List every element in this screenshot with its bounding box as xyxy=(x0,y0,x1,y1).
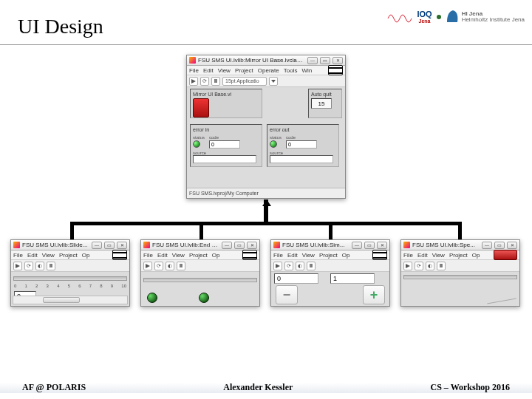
close-button[interactable]: ✕ xyxy=(332,57,343,64)
close-button[interactable]: ✕ xyxy=(247,242,257,249)
pause-button[interactable]: II xyxy=(437,262,446,270)
maximize-button[interactable]: ▭ xyxy=(364,242,375,249)
c2-titlebar[interactable]: FSU SMS UI.lvlib:End C... — ▭ ✕ xyxy=(141,240,259,250)
menu-view[interactable]: View xyxy=(172,252,185,259)
autoquit-value[interactable]: 15 xyxy=(311,98,332,109)
menu-op[interactable]: Op xyxy=(212,252,220,259)
maximize-button[interactable]: ▭ xyxy=(234,242,245,249)
menu-project[interactable]: Project xyxy=(449,252,468,259)
run-cont-button[interactable]: ⟳ xyxy=(284,262,293,270)
run-button[interactable] xyxy=(13,262,22,270)
increment-button[interactable]: + xyxy=(363,285,385,304)
main-toolbar: ⟳ II 15pt Applicatio xyxy=(187,75,345,87)
run-button[interactable] xyxy=(189,77,198,86)
abort-button[interactable]: ◐ xyxy=(35,262,44,270)
close-button[interactable]: ✕ xyxy=(507,242,517,249)
connector-v2 xyxy=(200,222,203,239)
abort-button[interactable]: ◐ xyxy=(166,262,174,270)
c4-menubar[interactable]: File Edit View Project Op xyxy=(401,250,519,260)
menu-view[interactable]: View xyxy=(218,67,231,74)
menu-edit[interactable]: Edit xyxy=(203,67,214,74)
code-in-field[interactable]: 0 xyxy=(209,140,240,149)
run-cont-button[interactable]: ⟳ xyxy=(200,77,209,86)
c3-val0[interactable]: 0 xyxy=(274,273,318,284)
menu-edit[interactable]: Edit xyxy=(417,252,428,259)
menu-project[interactable]: Project xyxy=(59,252,78,259)
close-button[interactable]: ✕ xyxy=(117,242,127,249)
vi-icon[interactable] xyxy=(372,250,387,260)
maximize-button[interactable]: ▭ xyxy=(494,242,505,249)
menu-edit[interactable]: Edit xyxy=(27,252,38,259)
menu-file[interactable]: File xyxy=(273,252,283,259)
menu-file[interactable]: File xyxy=(143,252,153,259)
hi-shape-icon xyxy=(446,7,459,27)
c3-titlebar[interactable]: FSU SMS UI.lvlib:Sim... — ▭ ✕ xyxy=(271,240,389,250)
led-right[interactable] xyxy=(199,293,209,303)
menu-file[interactable]: File xyxy=(13,252,23,259)
stop-button[interactable] xyxy=(494,250,517,260)
run-button[interactable] xyxy=(143,262,152,270)
minimize-button[interactable]: — xyxy=(92,242,102,249)
font-dropdown[interactable] xyxy=(269,77,278,86)
ioq-logo: IOQ Jena xyxy=(417,10,432,24)
dot-icon xyxy=(437,15,441,19)
run-button[interactable] xyxy=(273,262,282,270)
source-out-field xyxy=(270,155,333,163)
run-cont-button[interactable]: ⟳ xyxy=(154,262,163,270)
source-in-field[interactable] xyxy=(193,155,256,163)
decrement-button[interactable]: − xyxy=(276,285,298,304)
c1-scrollbar[interactable] xyxy=(13,296,128,304)
menu-op[interactable]: Op xyxy=(82,252,90,259)
main-titlebar[interactable]: FSU SMS UI.lvlib:Mirror UI Base.lvclass:… xyxy=(187,55,345,66)
menu-file[interactable]: File xyxy=(403,252,413,259)
menu-op[interactable]: Op xyxy=(472,252,480,259)
pause-button[interactable]: II xyxy=(177,262,185,270)
slider-track[interactable] xyxy=(13,276,127,281)
font-selector[interactable]: 15pt Applicatio xyxy=(222,77,267,86)
c4-track xyxy=(403,275,517,279)
menu-view[interactable]: View xyxy=(302,252,315,259)
menu-view[interactable]: View xyxy=(432,252,445,259)
minimize-button[interactable]: — xyxy=(222,242,232,249)
c4-titlebar[interactable]: FSU SMS UI.lvlib:Spe... — ▭ ✕ xyxy=(401,240,519,250)
c3-toolbar: ⟳ ◐ II xyxy=(271,260,389,272)
abort-button[interactable]: ◐ xyxy=(296,262,304,270)
menu-project[interactable]: Project xyxy=(235,67,253,74)
menu-operate[interactable]: Operate xyxy=(258,67,279,74)
abort-button[interactable]: ◐ xyxy=(426,262,434,270)
c3-val1[interactable]: 1 xyxy=(330,273,375,284)
c2-menubar[interactable]: File Edit View Project Op xyxy=(141,250,259,260)
pause-button[interactable]: II xyxy=(307,262,316,270)
error-in-label: error in xyxy=(193,127,259,132)
menu-edit[interactable]: Edit xyxy=(157,252,168,259)
menu-win[interactable]: Win xyxy=(301,67,312,74)
menu-tools[interactable]: Tools xyxy=(284,67,298,74)
c3-menubar[interactable]: File Edit View Project Op xyxy=(271,250,389,260)
pause-button[interactable]: II xyxy=(47,262,55,270)
menu-edit[interactable]: Edit xyxy=(287,252,298,259)
minimize-button[interactable]: — xyxy=(482,242,492,249)
menu-view[interactable]: View xyxy=(42,252,55,259)
main-menubar[interactable]: File Edit View Project Operate Tools Win xyxy=(187,66,345,75)
menu-file[interactable]: File xyxy=(189,67,199,74)
vi-icon[interactable] xyxy=(242,250,257,260)
pause-button[interactable]: II xyxy=(211,77,220,86)
minimize-button[interactable]: — xyxy=(352,242,362,249)
close-button[interactable]: ✕ xyxy=(377,242,387,249)
status-in-led[interactable] xyxy=(193,140,200,148)
menu-project[interactable]: Project xyxy=(319,252,338,259)
resize-grip-icon[interactable] xyxy=(487,299,516,304)
run-button[interactable] xyxy=(403,262,412,270)
c1-menubar[interactable]: File Edit View Project Op xyxy=(11,250,129,260)
run-cont-button[interactable]: ⟳ xyxy=(24,262,33,270)
run-cont-button[interactable]: ⟳ xyxy=(415,262,423,270)
menu-op[interactable]: Op xyxy=(342,252,350,259)
menu-project[interactable]: Project xyxy=(189,252,208,259)
minimize-button[interactable]: — xyxy=(307,57,318,64)
maximize-button[interactable]: ▭ xyxy=(320,57,330,64)
led-left[interactable] xyxy=(147,293,157,303)
maximize-button[interactable]: ▭ xyxy=(104,242,115,249)
vi-icon[interactable] xyxy=(112,250,127,260)
c1-titlebar[interactable]: FSU SMS UI.lvlib:Slide... — ▭ ✕ xyxy=(11,240,129,250)
vi-icon[interactable] xyxy=(328,65,343,75)
